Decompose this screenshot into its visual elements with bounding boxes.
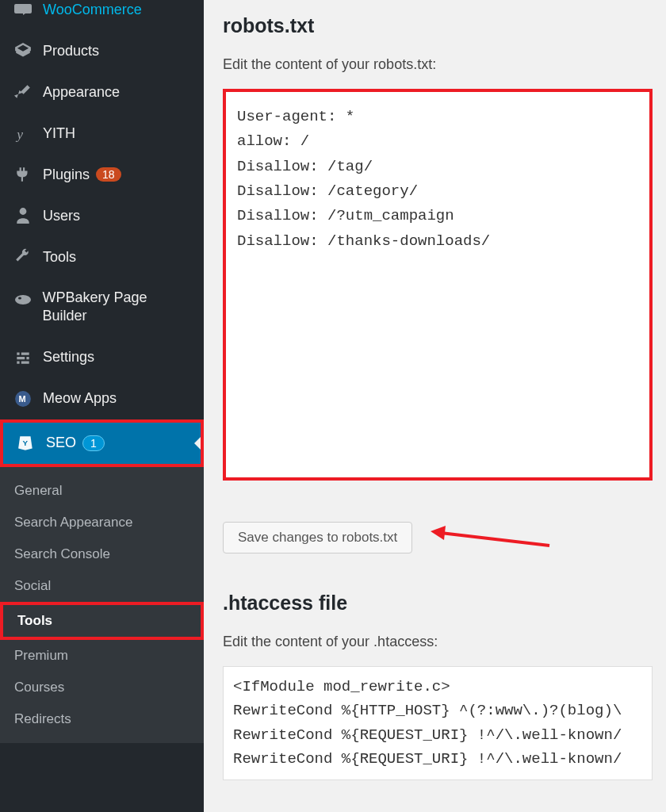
sidebar-item-tools[interactable]: Tools [0,236,204,278]
robots-description: Edit the content of your robots.txt: [223,56,647,73]
main-content: robots.txt Edit the content of your robo… [204,0,666,812]
arrow-annotation-icon [427,526,553,550]
sidebar-item-yith[interactable]: y YITH [0,113,204,154]
save-robots-button[interactable]: Save changes to robots.txt [223,522,412,553]
plugins-icon [11,165,35,184]
sidebar-item-meowapps[interactable]: M Meow Apps [0,378,204,419]
svg-text:Y: Y [23,439,29,447]
appearance-icon [11,82,35,102]
submenu-item-courses[interactable]: Courses [0,672,204,703]
svg-point-1 [15,295,31,304]
svg-marker-7 [431,526,446,540]
sidebar-item-label: Appearance [43,84,120,101]
sidebar-item-seo[interactable]: Y SEO 1 [0,419,204,467]
robots-editor[interactable] [223,89,653,481]
sidebar-item-plugins[interactable]: Plugins 18 [0,154,204,195]
htaccess-title: .htaccess file [223,592,647,615]
yith-icon: y [11,124,35,143]
svg-line-6 [441,533,549,546]
admin-sidebar: WooCommerce Products Appearance y YITH P… [0,0,204,812]
plugins-update-badge: 18 [96,167,121,182]
wpbakery-icon [11,290,34,309]
users-icon [11,206,35,225]
htaccess-editor[interactable]: <IfModule mod_rewrite.c> RewriteCond %{H… [223,666,653,780]
robots-title: robots.txt [223,14,647,37]
sidebar-item-appearance[interactable]: Appearance [0,71,204,113]
sidebar-item-label: Meow Apps [43,390,117,407]
sidebar-item-label: Tools [43,249,76,266]
submenu-item-social[interactable]: Social [0,570,204,602]
sidebar-item-products[interactable]: Products [0,30,204,71]
products-icon [11,41,35,60]
submenu-item-search-appearance[interactable]: Search Appearance [0,507,204,538]
save-row: Save changes to robots.txt [223,522,647,553]
sidebar-item-label: YITH [43,125,75,142]
sidebar-item-label: Settings [43,349,94,366]
seo-submenu: General Search Appearance Search Console… [0,467,204,743]
sidebar-item-label: SEO [46,435,76,451]
sidebar-item-label: Users [43,208,80,224]
seo-icon: Y [14,434,38,453]
svg-text:M: M [19,394,26,404]
sidebar-item-users[interactable]: Users [0,195,204,236]
submenu-item-tools[interactable]: Tools [0,602,204,640]
submenu-item-premium[interactable]: Premium [0,640,204,672]
tools-icon [11,247,35,266]
sidebar-item-settings[interactable]: Settings [0,337,204,378]
meow-icon: M [11,389,35,408]
sidebar-item-label: Plugins [43,167,90,183]
sidebar-item-woocommerce[interactable]: WooCommerce [0,0,204,30]
sidebar-item-label: WooCommerce [43,2,142,18]
htaccess-description: Edit the content of your .htaccess: [223,634,647,650]
sidebar-item-wpbakery[interactable]: WPBakery Page Builder [0,278,204,337]
svg-text:y: y [15,126,23,142]
seo-notification-badge: 1 [82,435,105,451]
sidebar-item-label: Products [43,43,99,59]
submenu-item-redirects[interactable]: Redirects [0,703,204,735]
settings-icon [11,348,35,367]
woocommerce-icon [11,0,35,19]
sidebar-item-label: WPBakery Page Builder [42,289,193,326]
submenu-item-search-console[interactable]: Search Console [0,538,204,570]
svg-point-2 [18,297,21,300]
submenu-item-general[interactable]: General [0,475,204,507]
